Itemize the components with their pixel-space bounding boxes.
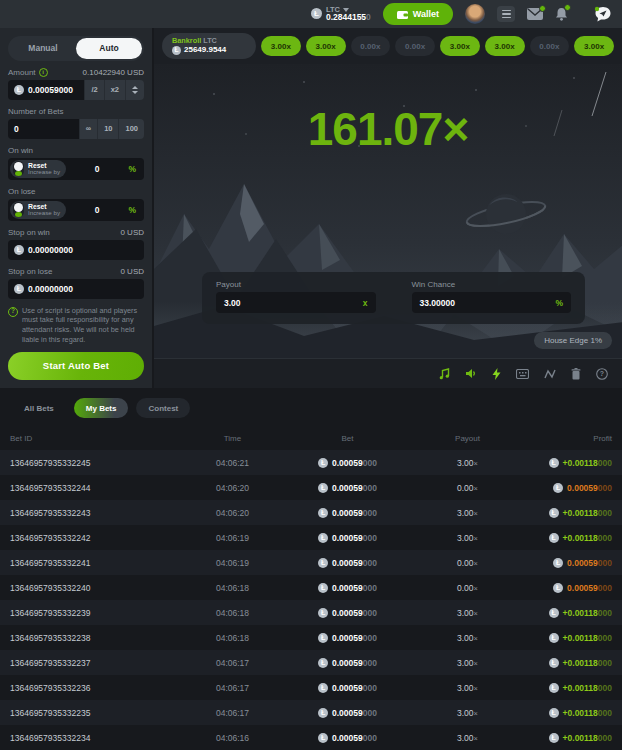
amount-value: 0.00059000 [28,85,73,95]
notifications-button[interactable] [555,7,568,21]
multiplier-history-pill[interactable]: 3.00x [261,36,301,56]
bet-amount: Ł 0.00059000 [280,583,415,593]
bet-payout: 3.00× [415,633,520,643]
info-icon[interactable]: i [39,68,48,77]
bet-row[interactable]: 13646957935332242 04:06:19 Ł 0.00059000 … [0,525,622,550]
multiplier-history-pill[interactable]: 0.00x [351,36,391,56]
chat-button[interactable] [594,6,612,23]
clear-trash-icon[interactable] [571,368,581,380]
wallet-button-label: Wallet [413,9,439,19]
ltc-coin-icon: Ł [318,508,328,518]
game-section: Manual Auto Amounti 0.10422940 USD Ł 0.0… [0,28,622,388]
on-lose-value-input[interactable]: 0 [66,205,128,215]
preset-100-button[interactable]: 100 [118,119,144,139]
svg-text:?: ? [600,370,604,377]
win-chance-label: Win Chance [412,280,572,289]
bets-tabs: All Bets My Bets Contest [0,398,622,426]
bet-row[interactable]: 13646957935332240 04:06:18 Ł 0.00059000 … [0,575,622,600]
double-bet-button[interactable]: x2 [104,80,125,100]
multiplier-history-pill[interactable]: 3.00x [440,36,480,56]
music-icon[interactable] [439,368,450,380]
col-payout: Payout [415,434,520,443]
multiplier-history-pill[interactable]: 3.00x [574,36,614,56]
on-win-reset-toggle[interactable]: Reset Increase by [10,160,66,178]
multiplier-history-pill[interactable]: 0.00x [530,36,570,56]
trends-icon[interactable] [544,369,556,379]
ltc-coin-icon: Ł [318,683,328,693]
bet-row[interactable]: 13646957935332241 04:06:19 Ł 0.00059000 … [0,550,622,575]
bet-row[interactable]: 13646957935332245 04:06:21 Ł 0.00059000 … [0,450,622,475]
on-lose-reset-toggle[interactable]: Reset Increase by [10,201,66,219]
hotkeys-icon[interactable] [516,369,529,379]
toggle-knob-icon [13,202,24,217]
preset-10-button[interactable]: 10 [97,119,118,139]
bankroll-display: Bankroll LTC Ł25649.9544 [162,33,256,59]
tab-contest[interactable]: Contest [136,398,190,418]
bets-table-header: Bet ID Time Bet Payout Profit [0,426,622,450]
tab-manual[interactable]: Manual [10,38,76,59]
bet-row[interactable]: 13646957935332235 04:06:17 Ł 0.00059000 … [0,700,622,725]
currency-selector[interactable]: Ł LTC 0.28441550 [311,6,371,23]
infinity-bets-button[interactable]: ∞ [79,119,97,139]
bet-id: 13646957935332238 [10,633,185,643]
bet-profit: Ł +0.00118000 [520,708,612,718]
bet-row[interactable]: 13646957935332237 04:06:17 Ł 0.00059000 … [0,650,622,675]
help-icon[interactable]: ? [596,368,608,380]
stop-on-win-input[interactable]: Ł 0.00000000 [8,240,144,260]
ltc-coin-icon: Ł [549,533,559,543]
bet-payout: 0.00× [415,483,520,493]
multiplier-history-pill[interactable]: 3.00x [485,36,525,56]
ltc-coin-icon: Ł [318,583,328,593]
bet-row[interactable]: 13646957935332236 04:06:17 Ł 0.00059000 … [0,675,622,700]
bet-row[interactable]: 13646957935332234 04:06:16 Ł 0.00059000 … [0,725,622,750]
number-of-bets-input[interactable]: 0 [8,119,79,139]
col-bet-id: Bet ID [10,434,185,443]
bet-payout: 3.00× [415,533,520,543]
bet-id: 13646957935332239 [10,608,185,618]
bet-row[interactable]: 13646957935332238 04:06:18 Ł 0.00059000 … [0,625,622,650]
ltc-coin-icon: Ł [549,683,559,693]
ltc-coin-icon: Ł [318,633,328,643]
on-win-value-input[interactable]: 0 [66,164,128,174]
topbar: Ł LTC 0.28441550 Wallet [0,0,622,28]
bets-table-body: 13646957935332245 04:06:21 Ł 0.00059000 … [0,450,622,750]
bet-row[interactable]: 13646957935332243 04:06:20 Ł 0.00059000 … [0,500,622,525]
ltc-coin-icon: Ł [318,658,328,668]
avatar[interactable] [465,4,485,24]
payout-label: Payout [216,280,376,289]
tab-auto[interactable]: Auto [76,38,142,59]
bet-row[interactable]: 13646957935332239 04:06:18 Ł 0.00059000 … [0,600,622,625]
amount-usd: 0.10422940 USD [83,68,144,77]
start-auto-bet-button[interactable]: Start Auto Bet [8,352,144,380]
bet-controls-panel: Manual Auto Amounti 0.10422940 USD Ł 0.0… [0,28,152,388]
ltc-coin-icon: Ł [549,733,559,743]
wallet-button[interactable]: Wallet [383,3,453,25]
stop-on-win-label: Stop on win [8,228,50,237]
bet-id: 13646957935332236 [10,683,185,693]
tab-my-bets[interactable]: My Bets [74,398,129,418]
bet-id: 13646957935332241 [10,558,185,568]
inbox-button[interactable] [527,8,543,20]
menu-button[interactable] [497,6,515,22]
multiplier-history-pill[interactable]: 0.00x [395,36,435,56]
bet-time: 04:06:20 [185,508,280,518]
payout-input[interactable]: 3.00 x [216,292,376,313]
half-bet-button[interactable]: /2 [84,80,103,100]
win-chance-input[interactable]: 33.00000 % [412,292,572,313]
game-scene: 161.07× Payout 3.00 x Win Chance 33.0000… [154,64,622,358]
payout-panel: Payout 3.00 x Win Chance 33.00000 % [202,272,585,324]
stop-on-lose-input[interactable]: Ł 0.00000000 [8,279,144,299]
bet-amount: Ł 0.00059000 [280,608,415,618]
bet-profit: Ł +0.00118000 [520,533,612,543]
sound-icon[interactable] [465,368,477,379]
script-disclaimer: ? Use of script is optional and players … [8,306,144,345]
bet-time: 04:06:19 [185,558,280,568]
ltc-coin-icon: Ł [549,708,559,718]
amount-input[interactable]: Ł 0.00059000 [8,80,84,100]
col-profit: Profit [520,434,612,443]
multiplier-history-pill[interactable]: 3.00x [306,36,346,56]
turbo-bolt-icon[interactable] [492,368,501,380]
bet-row[interactable]: 13646957935332244 04:06:20 Ł 0.00059000 … [0,475,622,500]
tab-all-bets[interactable]: All Bets [12,398,66,418]
amount-stepper[interactable] [125,80,144,100]
